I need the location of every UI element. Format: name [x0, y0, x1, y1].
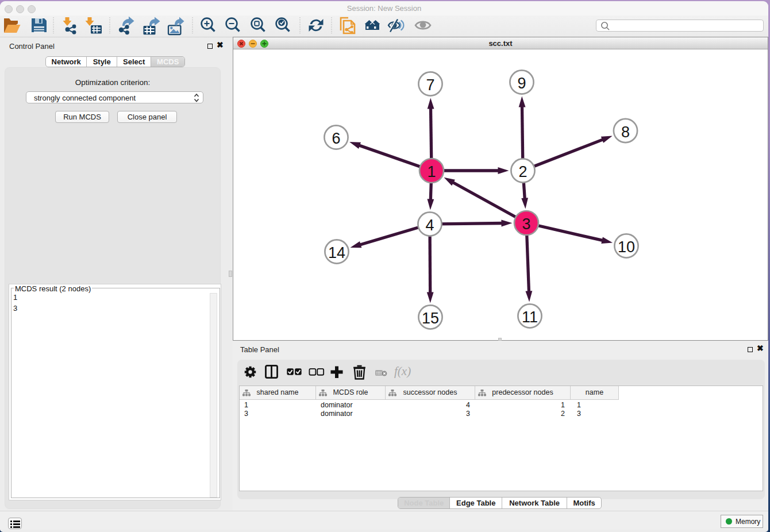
svg-text:15: 15: [422, 310, 439, 327]
svg-text:2: 2: [518, 163, 527, 180]
svg-text:3: 3: [522, 215, 530, 233]
svg-text:11: 11: [522, 309, 538, 326]
svg-text:8: 8: [621, 124, 630, 141]
svg-text:9: 9: [517, 75, 526, 92]
svg-text:6: 6: [332, 130, 340, 147]
svg-text:14: 14: [328, 244, 345, 261]
svg-text:4: 4: [425, 217, 434, 234]
svg-text:10: 10: [618, 238, 635, 256]
svg-text:7: 7: [426, 76, 434, 94]
svg-text:1: 1: [427, 163, 436, 180]
